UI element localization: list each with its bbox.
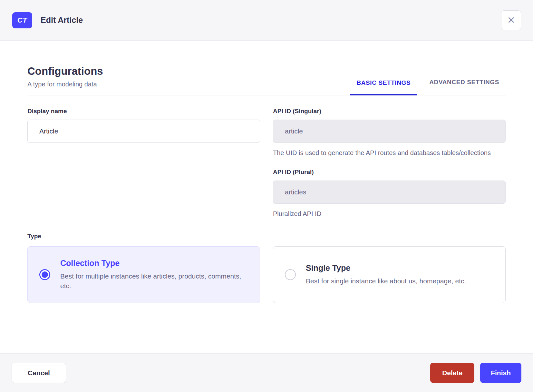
modal-footer: Cancel Delete Finish	[0, 353, 533, 392]
radio-unselected-icon[interactable]	[285, 269, 296, 280]
collection-type-title: Collection Type	[60, 259, 247, 268]
configurations-titles: Configurations A type for modeling data	[27, 65, 103, 95]
collection-type-text: Collection Type Best for multiple instan…	[60, 259, 247, 291]
tab-advanced-settings[interactable]: ADVANCED SETTINGS	[423, 74, 506, 95]
single-type-title: Single Type	[306, 263, 466, 273]
page-subtitle: A type for modeling data	[27, 81, 103, 88]
delete-button[interactable]: Delete	[430, 363, 474, 383]
api-id-plural-field-group: API ID (Plural) Pluralized API ID	[273, 169, 506, 219]
api-id-plural-input	[273, 181, 506, 204]
modal-title: Edit Article	[41, 15, 83, 25]
edit-content-type-modal: CT Edit Article ✕ Configurations A type …	[0, 0, 533, 392]
left-column: Display name	[27, 108, 260, 219]
api-id-singular-label: API ID (Singular)	[273, 108, 506, 115]
tab-basic-settings[interactable]: BASIC SETTINGS	[350, 74, 417, 95]
type-options: Collection Type Best for multiple instan…	[27, 246, 506, 303]
close-button[interactable]: ✕	[501, 10, 521, 30]
api-id-plural-label: API ID (Plural)	[273, 169, 506, 176]
content-type-badge: CT	[12, 12, 32, 28]
finish-button[interactable]: Finish	[480, 363, 521, 383]
single-type-option[interactable]: Single Type Best for single instance lik…	[273, 246, 506, 303]
display-name-field-group: Display name	[27, 108, 260, 143]
type-section: Type Collection Type Best for multiple i…	[27, 233, 506, 303]
radio-selected-icon[interactable]	[39, 269, 50, 280]
settings-tabs: BASIC SETTINGS ADVANCED SETTINGS	[350, 74, 506, 95]
page-title: Configurations	[27, 65, 103, 77]
display-name-input[interactable]	[27, 120, 260, 143]
configuration-form: Display name API ID (Singular) The UID i…	[27, 108, 506, 219]
cancel-button[interactable]: Cancel	[12, 363, 66, 383]
api-id-singular-hint: The UID is used to generate the API rout…	[273, 148, 506, 158]
close-icon: ✕	[507, 15, 515, 25]
collection-type-option[interactable]: Collection Type Best for multiple instan…	[27, 246, 260, 303]
modal-header: CT Edit Article ✕	[0, 0, 533, 41]
configurations-header: Configurations A type for modeling data …	[27, 65, 506, 95]
api-id-singular-field-group: API ID (Singular) The UID is used to gen…	[273, 108, 506, 158]
right-column: API ID (Singular) The UID is used to gen…	[273, 108, 506, 219]
modal-body: Configurations A type for modeling data …	[0, 41, 533, 353]
api-id-plural-hint: Pluralized API ID	[273, 209, 506, 219]
display-name-label: Display name	[27, 108, 260, 115]
api-id-singular-input	[273, 120, 506, 143]
collection-type-description: Best for multiple instances like article…	[60, 271, 247, 291]
single-type-description: Best for single instance like about us, …	[306, 276, 466, 286]
type-label: Type	[27, 233, 506, 240]
single-type-text: Single Type Best for single instance lik…	[306, 263, 466, 286]
